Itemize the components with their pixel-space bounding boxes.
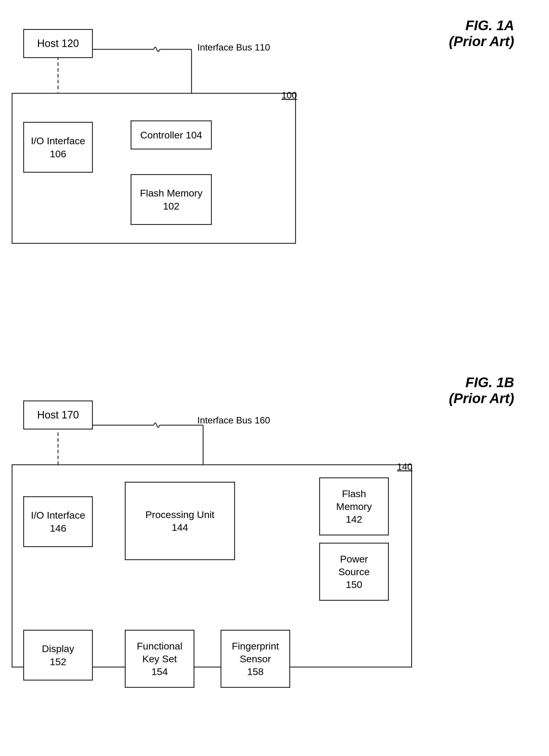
fig1a-outer-box-label: 100 [281, 90, 297, 101]
fig1a-flash-memory: Flash Memory 102 [131, 174, 212, 225]
fig1a-controller: Controller 104 [131, 120, 212, 149]
fig1a-label: FIG. 1A (Prior Art) [449, 17, 514, 49]
fig1b-host-box: Host 170 [23, 400, 93, 430]
fig1b-outer-box-label: 140 [397, 461, 412, 472]
fig1b-power-source: Power Source 150 [319, 543, 389, 601]
fig1b-label: FIG. 1B (Prior Art) [449, 374, 514, 406]
fig1a-io-interface: I/O Interface 106 [23, 122, 93, 173]
diagram-container: FIG. 1A (Prior Art) Host 120 Interface B… [0, 0, 549, 756]
fig1b-io-interface: I/O Interface 146 [23, 496, 93, 547]
fig1a-interface-bus-label: Interface Bus 110 [197, 42, 270, 53]
fig1b-flash-memory: Flash Memory 142 [319, 477, 389, 535]
fig1b-interface-bus-label: Interface Bus 160 [197, 415, 270, 426]
fig1b-processing-unit: Processing Unit 144 [125, 482, 235, 560]
fig1b-functional-key-set: Functional Key Set 154 [125, 630, 194, 688]
fig1b-display: Display 152 [23, 630, 93, 681]
fig1b-fingerprint-sensor: Fingerprint Sensor 158 [221, 630, 290, 688]
fig1a-host-box: Host 120 [23, 29, 93, 58]
